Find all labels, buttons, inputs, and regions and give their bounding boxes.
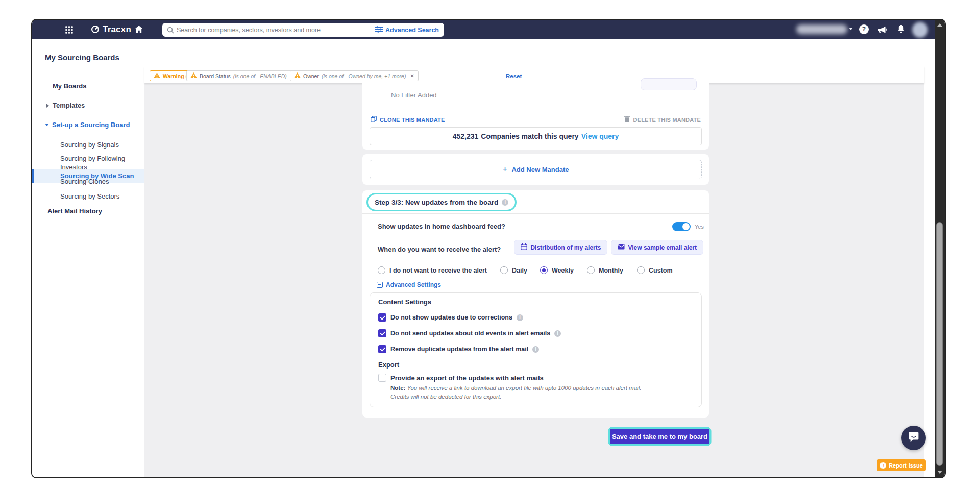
radio-daily[interactable]: Daily	[500, 266, 527, 274]
match-text: Companies match this query	[481, 132, 578, 140]
brand-name[interactable]: Tracxn	[103, 24, 131, 35]
user-name-redacted[interactable]	[796, 24, 847, 34]
sidebar-nav: My Boards Templates Set-up a Sourcing Bo…	[32, 66, 144, 477]
warning-icon	[154, 72, 160, 79]
sidebar-item-sourcing-signals[interactable]: Sourcing by Signals	[60, 141, 119, 149]
radio-selected-icon	[540, 266, 548, 274]
toggle-knob	[682, 223, 690, 230]
radio-icon	[500, 266, 508, 274]
step-settings-card: Step 3/3: New updates from the board i S…	[362, 190, 709, 418]
advanced-settings-box: Content Settings Do not show updates due…	[370, 292, 702, 407]
mandate-card: No Filter Added CLONE THIS MANDATE DELET…	[362, 83, 709, 150]
chat-widget-button[interactable]	[901, 426, 926, 450]
dashboard-feed-toggle[interactable]	[672, 222, 691, 231]
advanced-search-label: Advanced Search	[385, 27, 439, 34]
info-icon[interactable]: i	[532, 346, 539, 353]
square-minus-icon	[377, 282, 383, 288]
calendar-icon	[521, 243, 527, 252]
scrollbar-thumb[interactable]	[936, 222, 943, 466]
distribution-alerts-button[interactable]: Distribution of my alerts	[514, 240, 607, 255]
radio-custom[interactable]: Custom	[637, 266, 673, 274]
warning-icon	[294, 72, 301, 79]
report-issue-button[interactable]: ! Report Issue	[877, 459, 926, 471]
no-filter-text: No Filter Added	[391, 91, 437, 99]
add-new-mandate-button[interactable]: + Add New Mandate	[370, 160, 702, 179]
scroll-up-icon[interactable]	[937, 23, 942, 27]
sidebar-item-my-boards[interactable]: My Boards	[53, 82, 86, 90]
sidebar-item-sourcing-clones[interactable]: Sourcing Clones	[60, 178, 109, 185]
help-icon[interactable]: ?	[859, 24, 869, 34]
app-window: Tracxn Search for companies, sectors, in…	[31, 19, 946, 478]
radio-icon	[378, 266, 385, 274]
filter-sliders-icon	[375, 26, 383, 34]
page-title-bar: My Sourcing Boards	[32, 39, 924, 66]
clone-mandate-button[interactable]: CLONE THIS MANDATE	[371, 116, 445, 124]
export-note-2: Credits will not be deducted for this ex…	[390, 394, 501, 400]
checkbox-unchecked-icon	[378, 374, 386, 382]
notifications-bell-icon[interactable]	[897, 25, 905, 35]
radio-icon	[637, 266, 645, 274]
view-sample-email-button[interactable]: View sample email alert	[611, 240, 703, 255]
delete-mandate-button[interactable]: DELETE THIS MANDATE	[624, 116, 701, 124]
page-title: My Sourcing Boards	[45, 53, 119, 62]
checkbox-remove-duplicates[interactable]: Remove duplicate updates from the alert …	[378, 345, 539, 353]
checkbox-checked-icon	[378, 345, 386, 353]
warning-icon	[190, 72, 197, 79]
step-title: Step 3/3: New updates from the board	[375, 199, 498, 206]
scroll-down-icon[interactable]	[937, 471, 942, 474]
clipped-element	[641, 78, 697, 90]
search-icon	[167, 27, 174, 36]
window-scrollbar[interactable]	[935, 20, 945, 477]
radio-no-alert[interactable]: I do not want to receive the alert	[378, 266, 487, 274]
info-icon[interactable]: i	[502, 199, 508, 206]
export-heading: Export	[378, 361, 399, 369]
checkbox-no-corrections[interactable]: Do not show updates due to corrections i	[378, 313, 523, 322]
view-query-link[interactable]: View query	[581, 132, 619, 140]
tracxn-logo-icon[interactable]	[91, 25, 100, 36]
dashboard-feed-question: Show updates in home dashboard feed?	[378, 223, 505, 230]
query-match-box: 452,231 Companies match this query View …	[370, 127, 702, 145]
info-icon[interactable]: i	[517, 314, 523, 321]
alert-timing-question: When do you want to receive the alert?	[378, 246, 501, 253]
envelope-icon	[618, 244, 625, 251]
sidebar-item-setup-sourcing-board[interactable]: Set-up a Sourcing Board	[45, 121, 130, 129]
checkbox-export-updates[interactable]: Provide an export of the updates with al…	[378, 374, 544, 382]
match-count: 452,231	[453, 132, 479, 140]
global-search-bar[interactable]: Search for companies, sectors, investors…	[162, 23, 444, 37]
step-title-highlight: Step 3/3: New updates from the board i	[366, 193, 517, 211]
sidebar-item-alert-mail-history[interactable]: Alert Mail History	[47, 207, 102, 215]
radio-monthly[interactable]: Monthly	[587, 266, 623, 274]
filter-chip-board-status[interactable]: Board Status (is one of - ENABLED) ✕	[186, 70, 299, 81]
export-note-1: Note: You will receive a link to downloa…	[390, 385, 641, 391]
user-avatar[interactable]	[912, 22, 928, 38]
plus-icon: +	[503, 164, 508, 175]
info-icon[interactable]: i	[554, 330, 561, 337]
save-button[interactable]: Save and take me to my board	[610, 429, 709, 444]
sidebar-item-sourcing-sectors[interactable]: Sourcing by Sectors	[60, 192, 119, 200]
radio-weekly[interactable]: Weekly	[540, 266, 574, 274]
radio-icon	[587, 266, 595, 274]
search-placeholder: Search for companies, sectors, investors…	[177, 27, 321, 34]
top-navbar: Tracxn Search for companies, sectors, in…	[32, 20, 935, 39]
exclamation-icon: !	[880, 462, 886, 469]
apps-grid-icon[interactable]	[65, 26, 74, 36]
reset-filters-link[interactable]: Reset	[506, 73, 522, 79]
advanced-search-button[interactable]: Advanced Search	[375, 26, 439, 34]
collapse-caret-icon	[45, 124, 49, 126]
home-icon[interactable]	[135, 26, 143, 35]
checkbox-checked-icon	[378, 329, 386, 337]
toggle-state-label: Yes	[695, 224, 704, 230]
filter-chip-owner[interactable]: Owner (is one of - Owned by me, +1 more)…	[290, 70, 419, 81]
chat-bubble-icon	[908, 431, 920, 445]
checkbox-no-old-events[interactable]: Do not send updates about old events in …	[378, 329, 561, 337]
close-icon[interactable]: ✕	[410, 73, 414, 79]
sidebar-item-sourcing-following-investors[interactable]: Sourcing by Following Investors	[60, 154, 137, 172]
announcements-icon[interactable]	[878, 26, 887, 36]
chevron-down-icon[interactable]	[849, 28, 853, 30]
sidebar-item-templates[interactable]: Templates	[46, 102, 85, 109]
copy-icon	[371, 116, 377, 124]
advanced-settings-toggle[interactable]: Advanced Settings	[377, 281, 441, 288]
trash-icon	[624, 116, 630, 124]
filter-bar: Warning (2) Board Status (is one of - EN…	[144, 66, 924, 83]
step-header: Step 3/3: New updates from the board i	[362, 190, 709, 214]
